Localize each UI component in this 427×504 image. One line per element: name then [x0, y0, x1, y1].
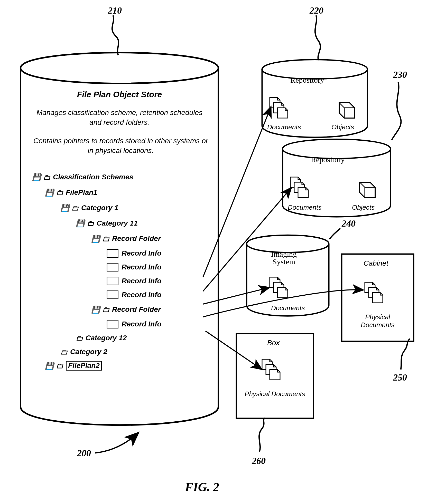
figure-caption: FIG. 2: [185, 480, 219, 494]
box-title: Box: [267, 339, 280, 347]
folder-icon: 🗀: [87, 219, 94, 228]
tree-fp2-label: FilePlan2: [66, 361, 102, 371]
folder-icon: 🗀: [56, 188, 63, 197]
imaging-title: Imaging System: [271, 250, 297, 266]
index-250: 250: [393, 372, 407, 383]
repo2-title: Repository: [311, 155, 345, 164]
tree-fp2: 💾 🗀 FilePlan2: [32, 359, 217, 373]
tree-ri-label: Record Info: [122, 320, 162, 328]
repo1-docs: Documents: [267, 123, 301, 131]
tree-root: 💾 🗀 Classification Schemes: [32, 169, 217, 185]
tree-ri-label: Record Info: [122, 277, 162, 285]
disk-icon: 💾: [91, 305, 100, 314]
tree-cat1: 💾 🗀 Category 1: [32, 200, 217, 216]
folder-icon: 🗀: [43, 173, 50, 181]
tree-rf1-label: Record Folder: [112, 235, 161, 243]
tree-fp1: 💾 🗀 FilePlan1: [32, 185, 217, 200]
diagram-canvas: 210 220 230 240 250 260 200 File Plan Ob…: [5, 5, 422, 499]
index-230: 230: [393, 69, 407, 80]
record-icon: [107, 290, 118, 299]
imaging-docs: Documents: [271, 304, 305, 312]
cabinet-title: Cabinet: [364, 259, 388, 267]
fileplan-title: File Plan Object Store: [31, 90, 208, 99]
tree-record-info-4: Record Info: [32, 288, 217, 302]
index-240: 240: [342, 218, 356, 229]
tree-record-info-3: Record Info: [32, 274, 217, 288]
disk-icon: 💾: [32, 173, 41, 181]
fileplan-tree: 💾 🗀 Classification Schemes 💾 🗀 FilePlan1…: [32, 169, 217, 373]
tree-cat2-label: Category 2: [70, 348, 107, 356]
folder-icon: 🗀: [60, 348, 68, 356]
tree-cat12: 🗀 Category 12: [32, 331, 217, 345]
repo2-docs: Documents: [288, 203, 322, 211]
tree-rf2: 💾 🗀 Record Folder: [32, 302, 217, 317]
imaging-title-2: System: [273, 257, 295, 266]
repo1-objs: Objects: [331, 123, 354, 131]
tree-cat11-label: Category 11: [97, 219, 138, 227]
folder-icon: 🗀: [102, 305, 109, 314]
box-docs: Physical Documents: [244, 390, 306, 398]
record-icon: [107, 249, 118, 258]
tree-cat1-label: Category 1: [81, 204, 118, 212]
index-220: 220: [310, 5, 323, 16]
disk-icon: 💾: [45, 362, 54, 370]
tree-ri-label: Record Info: [122, 263, 162, 271]
tree-record-info-5: Record Info: [32, 317, 217, 331]
index-260: 260: [252, 455, 266, 466]
tree-cat11: 💾 🗀 Category 11: [32, 216, 217, 231]
record-icon: [107, 263, 118, 272]
tree-fp1-label: FilePlan1: [66, 188, 97, 197]
cabinet-docs: Physical Documents: [349, 313, 406, 329]
tree-cat12-label: Category 12: [86, 334, 127, 342]
index-200: 200: [77, 448, 91, 459]
tree-rf2-label: Record Folder: [112, 305, 161, 314]
disk-icon: 💾: [76, 219, 85, 228]
tree-record-info-2: Record Info: [32, 260, 217, 274]
folder-icon: 🗀: [102, 235, 109, 243]
record-icon: [107, 277, 118, 285]
fileplan-desc1: Manages classification scheme, retention…: [31, 108, 208, 127]
folder-icon: 🗀: [71, 204, 79, 212]
tree-record-info-1: Record Info: [32, 246, 217, 260]
fileplan-desc2: Contains pointers to records stored in o…: [31, 136, 211, 156]
disk-icon: 💾: [91, 235, 100, 243]
record-icon: [107, 320, 118, 328]
repo1-title: Repository: [290, 76, 324, 84]
imaging-title-1: Imaging: [271, 250, 297, 258]
disk-icon: 💾: [60, 204, 69, 212]
tree-root-label: Classification Schemes: [53, 173, 133, 181]
tree-rf1: 💾 🗀 Record Folder: [32, 231, 217, 246]
disk-icon: 💾: [45, 188, 54, 197]
folder-icon: 🗀: [56, 362, 63, 370]
tree-ri-label: Record Info: [122, 249, 162, 257]
repo2-objs: Objects: [352, 203, 375, 211]
index-210: 210: [108, 5, 122, 16]
tree-cat2: 🗀 Category 2: [32, 345, 217, 359]
folder-icon: 🗀: [76, 334, 83, 342]
tree-ri-label: Record Info: [122, 291, 162, 299]
